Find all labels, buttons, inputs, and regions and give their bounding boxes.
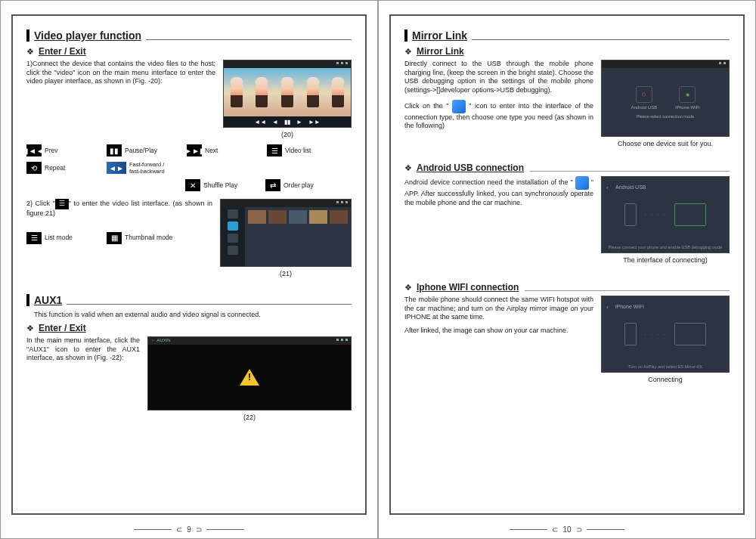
bullet-icon: ❖ [26,47,34,57]
next-label: Next [205,147,218,154]
phone-icon [624,203,637,226]
back-icon: ‹ [606,304,609,311]
android-footer: Please connect your phone and enable USB… [602,245,729,249]
iphone-wifi-screenshot: ‹ iPhone WiFi · · · · Turn on AirPlay an… [601,296,730,373]
subheader-iphone-wifi: ❖ Iphone WIFI connection [404,282,730,293]
subheader-mirror-link: ❖ Mirror Link [404,46,730,57]
caption-20: (20) [223,131,352,138]
section-title-aux: AUX1 [34,294,62,306]
page-right: Mirror Link ❖ Mirror Link Directly conne… [378,0,756,539]
phone-icon [624,323,637,345]
subheader-text: Android USB connection [417,163,524,173]
list-label: Video list [285,147,311,154]
page-number-right: ⊂ 10 ⊃ [379,522,755,538]
repeat-label: Repeat [45,164,65,172]
app-icon [452,100,466,113]
pause-label: Pause/Play [125,147,157,154]
section-aux1: AUX1 [26,294,352,306]
prev-label: Prev [45,147,57,154]
android-usb-screenshot: ‹ Android USB · · · · Please connect you… [601,176,730,253]
subheader-android-usb: ❖ Android USB connection [404,163,730,173]
ff-label: Fast-forward / fast-backward [129,161,175,175]
section-title: Video player function [34,29,141,42]
aux-para: In the main menu interface, click the "A… [26,336,140,421]
aux-desc: This function is valid when an external … [34,311,352,318]
mirror-para1: Directly connect to the USB through the … [404,60,593,95]
pause-icon: ▮▮ [107,144,122,156]
caption-android: The interface of connecting) [601,256,730,264]
android-option-icon: ⬡ [636,86,652,103]
listmode-icon: ☰ [26,232,42,244]
caption-choose-device: Choose one device suit for you. [601,140,730,147]
shuffle-icon: ✕ [185,179,200,191]
list-icon: ☰ [267,144,282,156]
iphone-para1: The mobile phone should connect the same… [404,296,593,322]
subheader-text: Iphone WIFI connection [417,282,519,293]
para-connect-device: 1)Connect the device that contains the v… [26,60,215,138]
order-icon: ⇄ [265,179,280,191]
iphone-para2: After linked, the image can show on your… [404,327,593,336]
bullet-icon: ❖ [404,283,412,293]
iphone-footer: Turn on AirPlay and select ES Mirror-XX [602,364,729,369]
listmode-label: List mode [45,234,73,242]
fig-20-screenshot: ◄◄◄▮▮►►► [223,60,352,128]
caption-21: (21) [220,270,352,277]
subheader-text: Mirror Link [417,46,464,57]
subheader-enter-exit: ❖ Enter / Exit [26,46,352,57]
next-icon: ►►▮ [187,144,202,156]
subheader-text: Enter / Exit [39,323,86,333]
shuffle-label: Shuffle Play [203,181,237,189]
video-controls-bar: ◄◄◄▮▮►►► [224,116,351,127]
mirror-select-screenshot: ⬡Android USB ◉iPhone WiFi Please select … [601,60,730,137]
list-inline-icon: ☰ [55,199,69,209]
subheader-aux-enter: ❖ Enter / Exit [26,323,352,333]
bullet-icon: ❖ [404,163,412,173]
iphone-title: iPhone WiFi [615,304,644,309]
warning-icon: ! [240,369,259,386]
order-label: Order play [284,181,314,189]
back-icon: ‹ [606,184,609,191]
app-icon [575,176,589,190]
screen-icon [674,323,706,345]
ff-icon: ◄► [107,162,126,174]
android-title: Android USB [615,184,646,190]
page-number-left: ⊂ 9 ⊃ [1,522,377,538]
mirror-para2: Click on the " " icon to enter into the … [404,100,593,131]
thumbmode-icon: ▦ [107,232,122,244]
video-icon-legend: ▮◄◄Prev ▮▮Pause/Play ►►▮Next ☰Video list… [26,144,352,191]
section-video-player: Video player function [26,29,352,42]
fig-22-screenshot: ← AUXIN ! [147,336,352,410]
page-left: Video player function ❖ Enter / Exit 1)C… [0,0,378,539]
caption-22: (22) [147,414,352,421]
iphone-option-icon: ◉ [679,86,696,103]
section-mirror-link: Mirror Link [404,29,730,42]
bullet-icon: ❖ [404,47,412,57]
thumbmode-label: Thumbnail mode [125,234,172,242]
subheader-text: Enter / Exit [39,46,86,57]
fig-21-screenshot [220,199,352,267]
para-click-list: 2) Click "☰" to enter the video list int… [26,199,212,277]
android-para: Android device connection need the insta… [404,176,593,264]
page-spread: Video player function ❖ Enter / Exit 1)C… [0,0,756,539]
screen-icon [674,203,706,226]
prev-icon: ▮◄◄ [26,144,42,156]
repeat-icon: ⟲ [26,162,42,174]
section-title: Mirror Link [412,29,467,42]
caption-iphone: Connecting [601,376,730,383]
bullet-icon: ❖ [26,324,34,333]
